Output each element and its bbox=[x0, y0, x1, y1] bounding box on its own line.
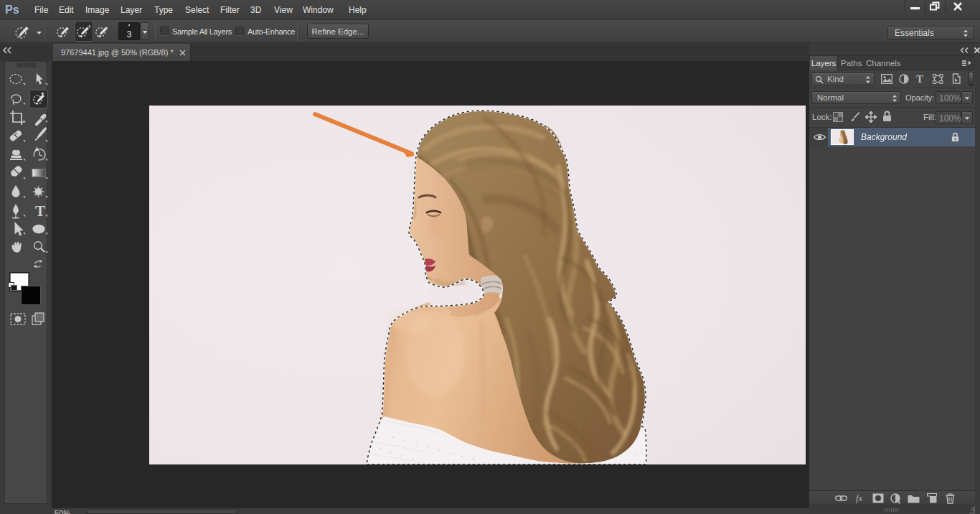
svg-text:-: - bbox=[105, 24, 108, 31]
svg-text:+: + bbox=[88, 23, 91, 30]
svg-text:T: T bbox=[35, 202, 45, 220]
